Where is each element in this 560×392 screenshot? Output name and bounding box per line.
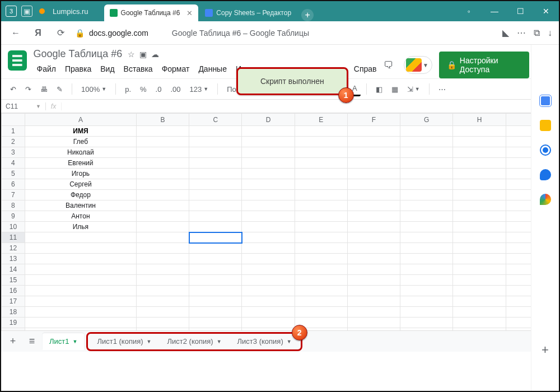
cell[interactable] — [400, 147, 453, 158]
reload-button[interactable]: ⟳ — [53, 25, 68, 41]
cell[interactable] — [347, 137, 400, 147]
cell[interactable] — [347, 243, 400, 254]
spreadsheet-grid[interactable]: A B C D E F G H I 1ИМЯ2Глеб3Николай4Евге… — [1, 113, 559, 330]
cell[interactable] — [400, 232, 453, 243]
row-header[interactable]: 12 — [2, 243, 25, 254]
decrease-decimal-button[interactable]: .0 — [152, 83, 165, 96]
menu-format[interactable]: Формат — [158, 62, 193, 76]
maps-icon[interactable] — [540, 194, 551, 205]
cell[interactable] — [136, 200, 189, 211]
cell[interactable] — [136, 254, 189, 264]
cell[interactable] — [400, 222, 453, 232]
cell[interactable] — [189, 126, 242, 137]
cell[interactable] — [136, 275, 189, 286]
cell[interactable] — [242, 307, 295, 318]
row-header[interactable]: 13 — [2, 254, 25, 264]
cell[interactable] — [242, 190, 295, 200]
cell[interactable] — [453, 307, 506, 318]
cell[interactable] — [136, 126, 189, 137]
cell[interactable] — [347, 211, 400, 222]
menu-help[interactable]: Справ — [351, 62, 380, 76]
cell[interactable] — [136, 264, 189, 275]
cell[interactable] — [189, 137, 242, 147]
cell[interactable] — [453, 232, 506, 243]
cell[interactable] — [242, 137, 295, 147]
new-tab-button[interactable]: + — [301, 9, 314, 21]
cell[interactable] — [295, 275, 347, 286]
cell[interactable] — [189, 200, 242, 211]
comments-icon[interactable]: 🗨 — [380, 55, 396, 74]
cell[interactable] — [242, 211, 295, 222]
cell[interactable]: Илья — [25, 222, 136, 232]
cell[interactable] — [400, 179, 453, 190]
cell[interactable] — [295, 211, 347, 222]
cell[interactable] — [347, 147, 400, 158]
cell[interactable] — [347, 158, 400, 169]
close-icon[interactable]: ✕ — [186, 9, 193, 17]
cell[interactable] — [295, 190, 347, 200]
row-header[interactable]: 6 — [2, 179, 25, 190]
col-header[interactable]: H — [453, 114, 506, 126]
cell[interactable] — [295, 126, 347, 137]
browser-tab-active[interactable]: Google Таблица #6 ✕ — [104, 4, 199, 21]
move-icon[interactable]: ▣ — [139, 50, 147, 59]
sheet-tab[interactable]: Лист3 (копия) ▼ — [231, 333, 298, 350]
cell[interactable] — [295, 222, 347, 232]
cell[interactable] — [242, 243, 295, 254]
cell[interactable] — [189, 275, 242, 286]
cell[interactable] — [347, 296, 400, 307]
percent-button[interactable]: % — [137, 83, 150, 96]
cell[interactable] — [242, 296, 295, 307]
row-header[interactable]: 2 — [2, 137, 25, 147]
cell[interactable] — [453, 243, 506, 254]
cell[interactable] — [242, 169, 295, 179]
cell[interactable] — [189, 211, 242, 222]
row-header[interactable]: 5 — [2, 169, 25, 179]
cell[interactable]: Игорь — [25, 169, 136, 179]
cell[interactable] — [400, 318, 453, 328]
row-header[interactable]: 15 — [2, 275, 25, 286]
row-header[interactable]: 14 — [2, 264, 25, 275]
cell[interactable] — [347, 126, 400, 137]
col-header[interactable]: E — [295, 114, 347, 126]
cell[interactable] — [189, 286, 242, 296]
sidebar-toggle-icon[interactable]: ▣ — [21, 6, 32, 17]
more-tools-button[interactable]: ⋯ — [435, 83, 449, 96]
row-header[interactable]: 9 — [2, 211, 25, 222]
cell[interactable] — [136, 296, 189, 307]
more-icon[interactable]: ⋯ — [517, 27, 526, 38]
cell[interactable] — [400, 169, 453, 179]
cell[interactable] — [400, 200, 453, 211]
cell[interactable] — [400, 158, 453, 169]
cell[interactable] — [400, 264, 453, 275]
cell[interactable] — [400, 296, 453, 307]
cell[interactable] — [242, 264, 295, 275]
col-header[interactable]: B — [136, 114, 189, 126]
cell[interactable] — [295, 169, 347, 179]
all-sheets-button[interactable]: ≡ — [24, 333, 40, 350]
row-header[interactable]: 16 — [2, 286, 25, 296]
cell[interactable] — [189, 190, 242, 200]
cell[interactable]: ИМЯ — [25, 126, 136, 137]
cell[interactable]: Евгений — [25, 158, 136, 169]
cell[interactable] — [242, 275, 295, 286]
cell[interactable] — [242, 200, 295, 211]
cell[interactable] — [400, 275, 453, 286]
menu-view[interactable]: Вид — [97, 62, 118, 76]
sheets-logo-icon[interactable] — [8, 50, 27, 71]
cell[interactable] — [453, 264, 506, 275]
cell[interactable] — [242, 286, 295, 296]
row-header[interactable]: 10 — [2, 222, 25, 232]
cell[interactable] — [189, 264, 242, 275]
cell[interactable] — [347, 190, 400, 200]
cell[interactable] — [25, 264, 136, 275]
cell[interactable] — [136, 222, 189, 232]
cell[interactable] — [136, 318, 189, 328]
cell[interactable] — [189, 232, 242, 243]
cell[interactable] — [242, 222, 295, 232]
cell[interactable] — [25, 296, 136, 307]
cell[interactable]: Сергей — [25, 179, 136, 190]
name-box[interactable]: C11 ▼ — [1, 102, 46, 110]
downloads-icon[interactable]: ↓ — [548, 28, 552, 38]
account-icon[interactable]: ◦ — [456, 1, 482, 21]
